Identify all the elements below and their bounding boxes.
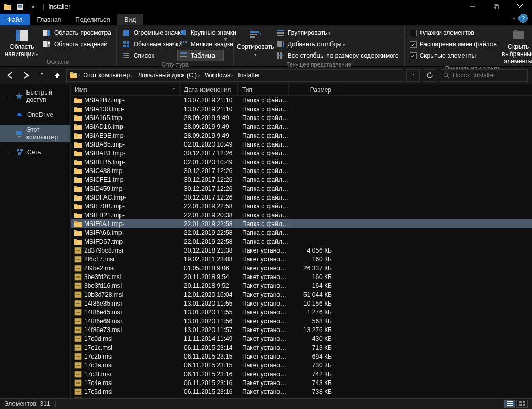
layout-details[interactable]: Таблица [177,50,224,61]
table-row[interactable]: MSIE70B.tmp-22.01.2019 22:58Папка с файл… [71,202,532,210]
svg-rect-149 [76,391,80,392]
help-icon[interactable]: ? [518,14,528,23]
table-row[interactable]: 17c5d.msi06.11.2015 23:16Пакет установщи… [71,387,532,396]
layout-small-icons[interactable]: Мелкие значки [177,38,224,50]
table-row[interactable]: 17c3f.msi06.11.2015 23:16Пакет установщи… [71,370,532,378]
sidebar-item-onedrive[interactable]: OneDrive [0,109,70,121]
table-row[interactable]: 17c6c.msi06.11.2015 23:17Пакет установщи… [71,396,532,398]
file-type: Пакет установщи... [238,291,289,298]
table-row[interactable]: MSIEB21.tmp-22.01.2019 20:38Папка с файл… [71,210,532,219]
breadcrumb-c[interactable]: Локальный диск (C:)› [136,72,202,79]
address-dropdown-button[interactable]: ˅ [406,69,420,82]
table-row[interactable]: MSIA165.tmp-28.09.2019 9:49Папка с файла… [71,113,532,122]
table-row[interactable]: MSIF0A1.tmp-22.01.2019 22:58Папка с файл… [71,219,532,228]
table-row[interactable]: 10b3d728.msi12.01.2020 16:04Пакет устано… [71,290,532,299]
svg-rect-134 [76,347,80,348]
table-row[interactable]: MSIA2B7.tmp-13.07.2019 21:10Папка с файл… [71,96,532,104]
table-row[interactable]: 3be3fd16.msi20.11.2018 9:52Пакет установ… [71,281,532,290]
properties-icon[interactable] [15,1,26,12]
huge-icons-icon [122,29,130,37]
up-button[interactable] [51,69,63,82]
table-row[interactable]: 2f6c17.msi19.02.2011 23:08Пакет установщ… [71,255,532,263]
nav-pane-button[interactable]: Область навигации [3,27,41,58]
close-button[interactable] [508,0,532,14]
table-row[interactable]: MSIBAB1.tmp-30.12.2017 12:26Папка с файл… [71,149,532,157]
table-row[interactable]: 17c2b.msi06.11.2015 23:15Пакет установщи… [71,352,532,361]
table-row[interactable]: 14f86e35.msi13.01.2020 11:55Пакет устано… [71,299,532,308]
breadcrumb[interactable]: › Этот компьютер› Локальный диск (C:)› W… [66,69,403,82]
table-row[interactable]: 17c3a.msi06.11.2015 23:15Пакет установщи… [71,361,532,370]
layout-huge-icons[interactable]: Огромные значки [120,27,177,38]
preview-pane-button[interactable]: Область просмотра [41,27,113,38]
search-input[interactable]: Поиск: Installer [440,69,528,82]
tab-view[interactable]: Вид [117,14,143,25]
tab-home[interactable]: Главная [30,14,69,25]
sidebar-item-this-pc[interactable]: ›Этот компьютер [0,125,70,142]
table-row[interactable]: MSIAE9E.tmp-28.09.2019 9:49Папка с файла… [71,131,532,140]
view-thumbnails-button[interactable] [516,400,528,408]
forward-button[interactable] [20,69,32,82]
ribbon-minimize-icon[interactable]: ˄ [509,14,518,25]
chevron-right-icon[interactable]: › [78,73,80,78]
layout-list[interactable]: Список [120,50,177,61]
table-row[interactable]: 14f86e45.msi13.01.2020 11:55Пакет устано… [71,308,532,316]
table-row[interactable]: 14f86e73.msi13.01.2020 11:57Пакет устано… [71,325,532,334]
hide-selected-button[interactable]: Скрыть выбранные элементы [499,27,532,65]
breadcrumb-pc[interactable]: Этот компьютер› [81,72,135,79]
layout-large-icons[interactable]: Крупные значки [177,27,224,38]
tab-file[interactable]: Файл [0,14,30,25]
table-row[interactable]: MSIDFAC.tmp-30.12.2017 12:26Папка с файл… [71,193,532,202]
table-row[interactable]: 2f9be2.msi01.05.2018 9:06Пакет установщи… [71,263,532,272]
table-row[interactable]: 17c0d.msi11.11.2014 11:49Пакет установщи… [71,334,532,343]
group-button[interactable]: Группировать [274,27,401,38]
refresh-button[interactable] [423,69,436,82]
svg-rect-30 [123,55,125,56]
maximize-button[interactable] [484,0,508,14]
msi-icon [74,308,82,316]
table-row[interactable]: 2d379bc8.msi30.12.2018 21:38Пакет устано… [71,246,532,255]
details-pane-button[interactable]: Область сведений [41,38,113,50]
column-header-type[interactable]: Тип [238,84,289,95]
layout-scroll-up-icon[interactable]: ▴ [224,28,230,35]
table-row[interactable]: MSICFE1.tmp-30.12.2017 12:26Папка с файл… [71,175,532,184]
table-row[interactable]: MSIBA65.tmp-02.01.2020 10:49Папка с файл… [71,140,532,149]
breadcrumb-installer[interactable]: Installer [236,72,262,79]
item-checkboxes-toggle[interactable]: Флажки элементов [408,27,499,38]
table-row[interactable]: 3be3fd2c.msi20.11.2018 9:54Пакет установ… [71,272,532,281]
size-all-columns-button[interactable]: Все столбцы по размеру содержимого [274,50,401,61]
table-row[interactable]: 17c1c.msi06.11.2015 23:14Пакет установщи… [71,343,532,352]
recent-button[interactable]: ˅ [35,69,48,82]
file-extensions-toggle[interactable]: ✓Расширения имен файлов [408,38,499,50]
hidden-items-toggle[interactable]: ✓Скрытые элементы [408,50,499,61]
back-button[interactable] [4,69,17,82]
folder-icon [74,96,82,104]
table-row[interactable]: MSID459.tmp-30.12.2017 12:26Папка с файл… [71,184,532,193]
column-header-date[interactable]: Дата изменения [180,84,238,95]
column-header-name[interactable]: Имя˄ [71,84,180,95]
layout-more-icon[interactable]: ▾ [224,43,230,50]
sidebar-item-quick-access[interactable]: ›Быстрый доступ [0,87,70,105]
table-row[interactable]: 17c4e.msi06.11.2015 23:16Пакет установщи… [71,378,532,387]
qat-dropdown-icon[interactable]: ▾ [27,1,38,12]
add-columns-button[interactable]: Добавить столбцы [274,38,401,50]
table-row[interactable]: MSIBFB5.tmp-02.01.2020 10:49Папка с файл… [71,157,532,166]
tab-share[interactable]: Поделиться [68,14,117,25]
layout-medium-icons[interactable]: Обычные значки [120,38,177,50]
breadcrumb-windows[interactable]: Windows› [203,72,235,79]
file-name: 17c5d.msi [84,388,113,395]
table-row[interactable]: MSIAD16.tmp-28.09.2019 9:49Папка с файла… [71,122,532,131]
column-header-size[interactable]: Размер [289,84,338,95]
sort-button[interactable]: Сортировать [237,27,274,58]
sidebar-item-network[interactable]: ›Сеть [0,147,70,158]
view-details-button[interactable] [504,400,515,408]
folder-icon [74,238,82,246]
table-row[interactable]: MSIA130.tmp-13.07.2019 21:10Папка с файл… [71,104,532,113]
file-name: 14f86e35.msi [84,300,122,307]
table-row[interactable]: MSIFD67.tmp-22.01.2019 22:58Папка с файл… [71,237,532,246]
table-row[interactable]: 14f86e69.msi13.01.2020 11:56Пакет устано… [71,316,532,325]
search-icon [443,72,449,78]
minimize-button[interactable] [460,0,484,14]
table-row[interactable]: MSIC438.tmp-30.12.2017 12:26Папка с файл… [71,166,532,175]
table-row[interactable]: MSIFA66.tmp-22.01.2019 22:58Папка с файл… [71,228,532,237]
layout-scroll-down-icon[interactable]: ▾ [224,35,230,43]
